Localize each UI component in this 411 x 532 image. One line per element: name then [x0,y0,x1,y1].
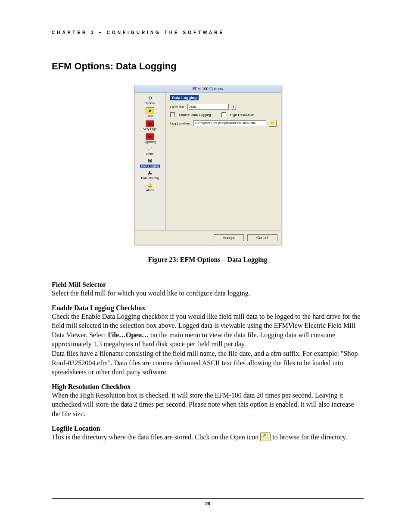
sidebar-item-label: Delta [146,152,153,156]
dialog-footer: Accept Cancel [134,230,281,245]
options-sidebar: ⚙ General ● High ● Very High ● Lightning [134,93,166,230]
field-mill-label: Field Mill: [170,105,185,109]
high-icon: ● [146,107,154,114]
text: This is the directory where the data fil… [52,433,260,441]
page-number: 28 [205,501,210,506]
sidebar-item-delta[interactable]: 📈 Delta [134,145,165,157]
data-logging-icon: 🖫 [146,158,154,164]
folder-open-icon: 📂 [271,121,275,125]
field-mill-select[interactable]: Data1 [187,104,229,110]
paragraph: Data files have a filename consisting of… [52,349,364,377]
heading-high-resolution: High Resolution Checkbox [52,383,364,391]
sidebar-item-very-high[interactable]: ● Very High [134,119,165,132]
sidebar-item-label: Alerts [146,189,154,192]
sidebar-item-data-logging[interactable]: 🖫 Data Logging [134,157,165,169]
paragraph: Select the field mill for which you woul… [52,289,364,298]
heading-field-mill-selector: Field Mill Selector [52,281,364,289]
alerts-icon: 🔔 [146,182,154,188]
dropdown-icon[interactable]: ▾ [231,104,236,110]
page-footer: 28 [52,498,364,506]
paragraph: When the High Resolution box is checked,… [52,391,364,419]
sidebar-item-label: High [147,115,153,118]
general-icon: ⚙ [146,95,154,101]
sidebar-item-data-sharing[interactable]: 🖧 Data Sharing [134,169,165,181]
high-resolution-label: High Resolution [230,113,254,117]
sidebar-item-label: Data Sharing [141,177,159,180]
sidebar-item-label: Very High [143,128,156,131]
paragraph: Check the Enable Data Logging checkbox i… [52,312,364,349]
chapter-header: CHAPTER 3 – CONFIGURING THE SOFTWARE [52,30,364,35]
text: to browse for the directory. [272,433,347,441]
sidebar-item-general[interactable]: ⚙ General [134,94,165,106]
browse-folder-button[interactable]: 📂 [269,120,277,127]
panel-title: Data Logging [170,95,199,100]
delta-icon: 📈 [146,146,154,152]
paragraph: This is the directory where the data fil… [52,432,364,442]
cancel-button[interactable]: Cancel [247,234,277,241]
sidebar-item-alerts[interactable]: 🔔 Alerts [134,181,165,193]
log-location-label: Log Location: [170,121,191,125]
options-panel: Data Logging Field Mill: Data1▾ ✓ Enable… [166,93,281,230]
log-location-input[interactable]: C:\Program Files (x86)\Boltek\EFM-100\Da… [193,120,266,126]
data-sharing-icon: 🖧 [146,170,154,176]
figure-caption: Figure 23: EFM Options – Data Logging [52,256,364,264]
sidebar-item-lightning[interactable]: ● Lightning [134,132,165,145]
sidebar-item-label: Data Logging [140,165,160,168]
section-title: EFM Options: Data Logging [52,61,364,72]
folder-open-icon [260,432,271,441]
sidebar-item-label: Lightning [144,140,156,143]
accept-button[interactable]: Accept [214,234,244,241]
lightning-icon: ● [146,133,154,140]
enable-logging-checkbox[interactable]: ✓ [170,112,175,117]
heading-enable-data-logging: Enable Data Logging Checkbox [52,304,364,312]
very-high-icon: ● [146,120,154,127]
heading-logfile-location: Logfile Location [52,425,364,432]
high-resolution-checkbox[interactable] [221,112,226,117]
bold-text: File…Open… [108,331,149,339]
enable-logging-label: Enable Data Logging [179,113,211,117]
options-dialog: EFM-100 Options ⚙ General ● High ● Very … [134,85,281,245]
sidebar-item-label: General [145,102,156,105]
sidebar-item-high[interactable]: ● High [134,106,165,119]
screenshot-container: EFM-100 Options ⚙ General ● High ● Very … [52,85,364,245]
dialog-titlebar: EFM-100 Options [134,85,281,93]
